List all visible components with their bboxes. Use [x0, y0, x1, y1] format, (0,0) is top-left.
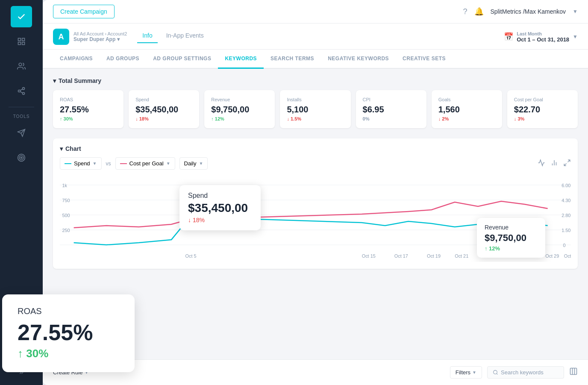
columns-icon[interactable] [569, 367, 578, 378]
card-revenue-change: ↑ 12% [211, 116, 268, 121]
chart-section: ▾ Chart Spend ▼ vs Cost per Goal ▼ Daily… [53, 138, 578, 269]
search-icon [493, 370, 498, 375]
date-chevron-icon[interactable]: ▼ [573, 34, 578, 40]
spend-selector[interactable]: Spend ▼ [60, 157, 102, 170]
app-row: A All Ad Account › Account2 Super Duper … [53, 29, 578, 45]
card-installs-label: Installs [287, 97, 344, 102]
card-roas-label: ROAS [60, 97, 117, 102]
card-installs-change: ↓ 1.5% [287, 116, 344, 121]
tab-keywords[interactable]: KEYWORDS [218, 50, 264, 69]
card-revenue-value: $9,750,00 [211, 105, 268, 115]
card-installs: Installs 5,100 ↓ 1.5% [280, 90, 350, 128]
spend-chevron-icon: ▼ [93, 161, 97, 166]
sidebar-item-send[interactable] [11, 122, 32, 144]
svg-text:4.30: 4.30 [562, 198, 570, 203]
svg-text:6.00: 6.00 [562, 183, 570, 188]
card-roas: ROAS 27.55% ↑ 30% [53, 90, 123, 128]
svg-point-6 [18, 90, 21, 92]
line-chart-icon[interactable] [538, 159, 545, 168]
card-cpi: CPI $6.95 0% [356, 90, 426, 128]
card-spend-label: Spend [135, 97, 192, 102]
cost-per-goal-line-indicator [120, 163, 127, 164]
svg-text:Oct 21: Oct 21 [455, 254, 468, 259]
notification-icon[interactable]: 🔔 [474, 7, 484, 16]
tab-ad-group-settings[interactable]: AD GROUP SETTINGS [146, 50, 218, 69]
svg-point-14 [21, 157, 22, 158]
fullscreen-icon[interactable] [563, 159, 571, 168]
spend-selector-label: Spend [74, 160, 90, 167]
daily-selector-label: Daily [184, 160, 197, 167]
calendar-icon: 📅 [504, 32, 513, 41]
daily-selector[interactable]: Daily ▼ [179, 157, 208, 170]
help-icon[interactable]: ? [463, 7, 467, 16]
tooltip-spend-value: $35,450,00 [188, 201, 252, 215]
sidebar-item-network[interactable] [11, 80, 32, 102]
date-section: 📅 Last Month Oct 1 – Oct 31, 2018 ▼ [504, 31, 578, 43]
cost-per-goal-selector-label: Cost per Goal [129, 160, 164, 167]
sidebar-item-layout[interactable] [11, 31, 32, 52]
svg-text:Oct 5: Oct 5 [185, 254, 197, 259]
card-spend: Spend $35,450,00 ↓ 18% [129, 90, 199, 128]
user-chevron-icon[interactable]: ▼ [573, 9, 578, 15]
svg-line-9 [20, 89, 23, 90]
card-spend-change: ↓ 18% [135, 116, 192, 121]
card-spend-value: $35,450,00 [135, 105, 192, 115]
tab-creative-sets[interactable]: CREATIVE SETS [396, 50, 453, 69]
sidebar-item-users[interactable] [11, 56, 32, 77]
svg-line-8 [20, 91, 23, 93]
card-roas-value: 27.55% [60, 105, 117, 115]
tab-ad-groups[interactable]: AD GROUPS [100, 50, 146, 69]
svg-rect-47 [570, 368, 577, 375]
sidebar-item-target[interactable] [11, 147, 32, 168]
subheader-tabs: Info In-App Events [137, 30, 209, 43]
tooltip-revenue-change: ↑ 12% [485, 245, 538, 252]
svg-point-5 [23, 88, 25, 90]
user-menu[interactable]: SplitMetrics /Max Kamenkov [491, 8, 566, 15]
date-range[interactable]: Oct 1 – Oct 31, 2018 [517, 36, 569, 43]
svg-line-20 [564, 163, 566, 165]
tab-negative-keywords[interactable]: NEGATIVE KEYWORDS [321, 50, 396, 69]
app-name: Super Duper App ▾ [74, 36, 127, 42]
card-revenue: Revenue $9,750,00 ↑ 12% [204, 90, 275, 128]
subheader: A All Ad Account › Account2 Super Duper … [43, 24, 588, 50]
topbar: Create Campaign ? 🔔 SplitMetrics /Max Ka… [43, 0, 588, 24]
create-campaign-button[interactable]: Create Campaign [53, 5, 115, 18]
tab-info[interactable]: Info [137, 30, 157, 43]
tab-search-terms[interactable]: SEARCH TERMS [264, 50, 321, 69]
chart-controls: Spend ▼ vs Cost per Goal ▼ Daily ▼ [60, 157, 571, 170]
svg-rect-1 [22, 38, 25, 41]
svg-line-46 [497, 373, 497, 374]
bottom-right: Filters ▼ Search keywords [450, 366, 578, 379]
app-info: All Ad Account › Account2 Super Duper Ap… [74, 31, 127, 42]
search-keywords-placeholder: Search keywords [501, 369, 544, 376]
search-keywords-input[interactable]: Search keywords [487, 366, 564, 379]
tab-campaigns[interactable]: CAMPAIGNS [53, 50, 100, 69]
sidebar-item-dashboard[interactable] [11, 6, 32, 27]
app-icon: A [53, 29, 69, 45]
svg-line-19 [568, 160, 570, 162]
app-chevron-icon[interactable]: ▾ [117, 36, 120, 42]
nav-tabs: CAMPAIGNS AD GROUPS AD GROUP SETTINGS KE… [43, 50, 588, 69]
tooltip-spend-label: Spend [188, 192, 252, 200]
total-summary-header[interactable]: ▾ Total Summary [53, 77, 578, 84]
card-cpi-change: 0% [363, 116, 420, 121]
chart-header[interactable]: ▾ Chart [60, 145, 571, 152]
card-goals-change: ↓ 2% [438, 116, 495, 121]
bar-chart-icon[interactable] [550, 159, 558, 168]
svg-text:Oct 17: Oct 17 [394, 254, 408, 259]
card-cpi-value: $6.95 [363, 105, 420, 115]
cost-per-goal-selector[interactable]: Cost per Goal ▼ [115, 157, 175, 170]
svg-text:Oct 29: Oct 29 [545, 254, 559, 259]
sidebar-divider [9, 107, 34, 107]
svg-point-4 [19, 63, 22, 66]
filters-label: Filters [456, 369, 470, 376]
tab-inapp-events[interactable]: In-App Events [161, 30, 209, 43]
spend-line-indicator [65, 163, 71, 164]
filters-button[interactable]: Filters ▼ [450, 366, 482, 379]
card-roas-change: ↑ 30% [60, 116, 117, 121]
card-goals-label: Goals [438, 97, 495, 102]
summary-cards: ROAS 27.55% ↑ 30% Spend $35,450,00 ↓ 18%… [53, 90, 578, 128]
svg-text:1k: 1k [62, 183, 67, 188]
svg-text:Oct 15: Oct 15 [362, 254, 376, 259]
svg-text:Oct 31: Oct 31 [564, 254, 571, 259]
